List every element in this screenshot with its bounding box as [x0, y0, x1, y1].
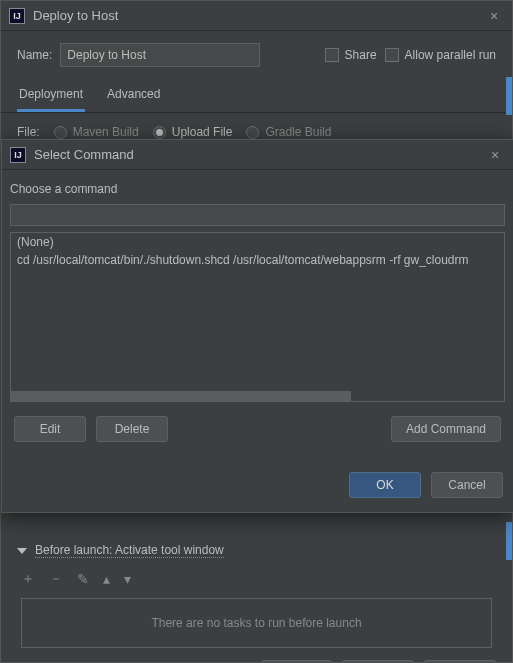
edit-button[interactable]: Edit	[14, 416, 86, 442]
name-label: Name:	[17, 48, 52, 62]
horizontal-scrollbar[interactable]	[11, 391, 504, 401]
parallel-checkbox[interactable]: Allow parallel run	[385, 48, 496, 62]
down-icon[interactable]: ▾	[124, 571, 131, 587]
parent-close-icon[interactable]: ×	[484, 8, 504, 24]
radio-icon	[246, 126, 259, 139]
tab-advanced[interactable]: Advanced	[105, 81, 162, 112]
before-launch-section: Before launch: Activate tool window ＋ － …	[1, 533, 512, 648]
tab-bar: Deployment Advanced	[1, 71, 512, 113]
parent-title: Deploy to Host	[33, 8, 484, 23]
add-command-button[interactable]: Add Command	[391, 416, 501, 442]
tab-deployment[interactable]: Deployment	[17, 81, 85, 112]
parent-titlebar: IJ Deploy to Host ×	[1, 1, 512, 31]
edit-icon[interactable]: ✎	[77, 571, 89, 587]
name-row: Name: Share Allow parallel run	[1, 31, 512, 71]
modal-close-icon[interactable]: ×	[485, 147, 505, 163]
checkbox-icon	[325, 48, 339, 62]
command-buttons: Edit Delete Add Command	[10, 402, 505, 446]
right-scroll-indicator	[506, 77, 512, 115]
chevron-down-icon	[17, 548, 27, 554]
list-item[interactable]: cd /usr/local/tomcat/bin/./shutdown.shcd…	[11, 251, 504, 269]
app-icon: IJ	[10, 147, 26, 163]
task-list-empty: There are no tasks to run before launch	[21, 598, 492, 648]
before-launch-header[interactable]: Before launch: Activate tool window	[17, 539, 496, 562]
name-input[interactable]	[60, 43, 260, 67]
task-toolbar: ＋ － ✎ ▴ ▾	[17, 562, 496, 596]
ok-button[interactable]: OK	[349, 472, 421, 498]
up-icon[interactable]: ▴	[103, 571, 110, 587]
dialog-footer: Run Cancel Apply	[1, 648, 512, 663]
modal-titlebar: IJ Select Command ×	[2, 140, 513, 170]
radio-maven[interactable]: Maven Build	[54, 125, 139, 139]
checkbox-icon	[385, 48, 399, 62]
modal-footer: OK Cancel	[2, 458, 513, 512]
modal-prompt: Choose a command	[10, 182, 505, 196]
radio-gradle[interactable]: Gradle Build	[246, 125, 331, 139]
radio-icon	[54, 126, 67, 139]
parallel-label: Allow parallel run	[405, 48, 496, 62]
deploy-dialog: IJ Deploy to Host × Name: Share Allow pa…	[0, 0, 513, 663]
share-label: Share	[345, 48, 377, 62]
delete-button[interactable]: Delete	[96, 416, 168, 442]
select-command-dialog: IJ Select Command × Choose a command (No…	[1, 139, 513, 513]
empty-text: There are no tasks to run before launch	[151, 616, 361, 630]
scrollbar-thumb[interactable]	[11, 391, 351, 401]
remove-icon[interactable]: －	[49, 570, 63, 588]
radio-icon	[153, 126, 166, 139]
add-icon[interactable]: ＋	[21, 570, 35, 588]
command-list[interactable]: (None) cd /usr/local/tomcat/bin/./shutdo…	[10, 232, 505, 402]
modal-body: Choose a command (None) cd /usr/local/to…	[2, 170, 513, 458]
list-item[interactable]: (None)	[11, 233, 504, 251]
modal-title: Select Command	[34, 147, 485, 162]
cancel-button[interactable]: Cancel	[431, 472, 503, 498]
before-launch-label: Before launch: Activate tool window	[35, 543, 224, 558]
radio-upload[interactable]: Upload File	[153, 125, 233, 139]
right-scroll-indicator	[506, 522, 512, 560]
app-icon: IJ	[9, 8, 25, 24]
command-search-input[interactable]	[10, 204, 505, 226]
share-checkbox[interactable]: Share	[325, 48, 377, 62]
file-label: File:	[17, 125, 40, 139]
